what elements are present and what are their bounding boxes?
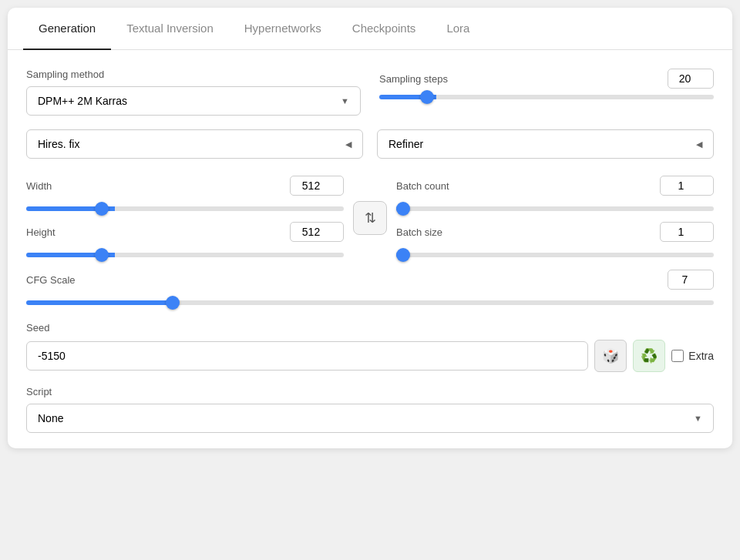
width-slider[interactable] bbox=[26, 206, 344, 211]
recycle-icon: ♻️ bbox=[641, 347, 658, 364]
dice-icon: 🎲 bbox=[602, 347, 619, 364]
refiner-label: Refiner bbox=[388, 138, 423, 150]
seed-input[interactable] bbox=[26, 341, 588, 371]
tab-textual-inversion[interactable]: Textual Inversion bbox=[111, 8, 229, 50]
tab-bar: Generation Textual Inversion Hypernetwor… bbox=[8, 8, 732, 50]
batch-size-input[interactable] bbox=[660, 222, 714, 242]
cfg-scale-label: CFG Scale bbox=[26, 274, 76, 286]
height-row-header: Height bbox=[26, 222, 344, 242]
refiner-button[interactable]: Refiner ◀ bbox=[377, 129, 714, 159]
batch-col: Batch count Batch size bbox=[396, 176, 714, 260]
cfg-scale-header: CFG Scale bbox=[26, 270, 714, 290]
hires-refiner-row: Hires. fix ◀ Refiner ◀ bbox=[26, 129, 714, 159]
height-input[interactable] bbox=[290, 222, 344, 242]
tab-hypernetworks[interactable]: Hypernetworks bbox=[229, 8, 337, 50]
batch-size-slider[interactable] bbox=[396, 253, 714, 257]
script-dropdown-arrow-icon: ▼ bbox=[694, 414, 702, 423]
sampling-method-label: Sampling method bbox=[26, 69, 361, 80]
cfg-scale-slider[interactable] bbox=[26, 300, 714, 305]
dimensions-section: Width Height ⇅ bbox=[26, 176, 714, 260]
swap-dimensions-button[interactable]: ⇅ bbox=[353, 201, 387, 235]
extra-row: Extra bbox=[671, 350, 714, 362]
sampling-method-col: Sampling method DPM++ 2M Karras ▼ bbox=[26, 69, 361, 116]
sampling-steps-slider[interactable] bbox=[379, 95, 714, 99]
height-label: Height bbox=[26, 226, 56, 238]
tab-checkpoints[interactable]: Checkpoints bbox=[337, 8, 432, 50]
hires-arrow-icon: ◀ bbox=[345, 139, 352, 149]
swap-icon: ⇅ bbox=[365, 210, 376, 226]
seed-label: Seed bbox=[26, 322, 714, 334]
sampling-steps-label: Sampling steps bbox=[379, 73, 448, 85]
sampling-method-value: DPM++ 2M Karras bbox=[38, 95, 127, 107]
script-value: None bbox=[38, 412, 63, 424]
sampling-steps-col: Sampling steps bbox=[379, 69, 714, 99]
batch-count-header: Batch count bbox=[396, 176, 714, 196]
hires-fix-button[interactable]: Hires. fix ◀ bbox=[26, 129, 363, 159]
dice-button[interactable]: 🎲 bbox=[594, 340, 627, 372]
tab-lora[interactable]: Lora bbox=[431, 8, 485, 50]
tab-generation[interactable]: Generation bbox=[23, 8, 111, 50]
tab-content: Sampling method DPM++ 2M Karras ▼ Sampli… bbox=[8, 50, 732, 433]
batch-count-slider[interactable] bbox=[396, 206, 714, 211]
batch-size-header: Batch size bbox=[396, 222, 714, 242]
extra-checkbox[interactable] bbox=[671, 350, 684, 362]
height-slider[interactable] bbox=[26, 253, 344, 257]
cfg-scale-section: CFG Scale bbox=[26, 270, 714, 308]
batch-count-input[interactable] bbox=[660, 176, 714, 196]
script-dropdown[interactable]: None ▼ bbox=[26, 404, 714, 433]
sampling-method-dropdown[interactable]: DPM++ 2M Karras ▼ bbox=[26, 86, 361, 116]
batch-count-label: Batch count bbox=[396, 180, 449, 192]
swap-col: ⇅ bbox=[353, 176, 387, 260]
extra-label: Extra bbox=[688, 350, 714, 362]
sampling-steps-input[interactable] bbox=[668, 69, 714, 89]
width-row-header: Width bbox=[26, 176, 344, 196]
script-section: Script None ▼ bbox=[26, 386, 714, 433]
recycle-button[interactable]: ♻️ bbox=[633, 340, 665, 372]
refiner-arrow-icon: ◀ bbox=[696, 139, 702, 149]
seed-inner: 🎲 ♻️ Extra bbox=[26, 340, 714, 372]
seed-section: Seed 🎲 ♻️ Extra bbox=[26, 322, 714, 372]
cfg-scale-input[interactable] bbox=[668, 270, 714, 290]
main-panel: Generation Textual Inversion Hypernetwor… bbox=[8, 8, 732, 448]
width-label: Width bbox=[26, 180, 52, 192]
script-label: Script bbox=[26, 386, 714, 397]
dropdown-arrow-icon: ▼ bbox=[341, 96, 349, 106]
hires-fix-label: Hires. fix bbox=[38, 138, 79, 150]
width-input[interactable] bbox=[290, 176, 344, 196]
steps-header: Sampling steps bbox=[379, 69, 714, 89]
batch-size-label: Batch size bbox=[396, 226, 442, 238]
wh-col: Width Height bbox=[26, 176, 344, 260]
sampling-row: Sampling method DPM++ 2M Karras ▼ Sampli… bbox=[26, 69, 714, 116]
